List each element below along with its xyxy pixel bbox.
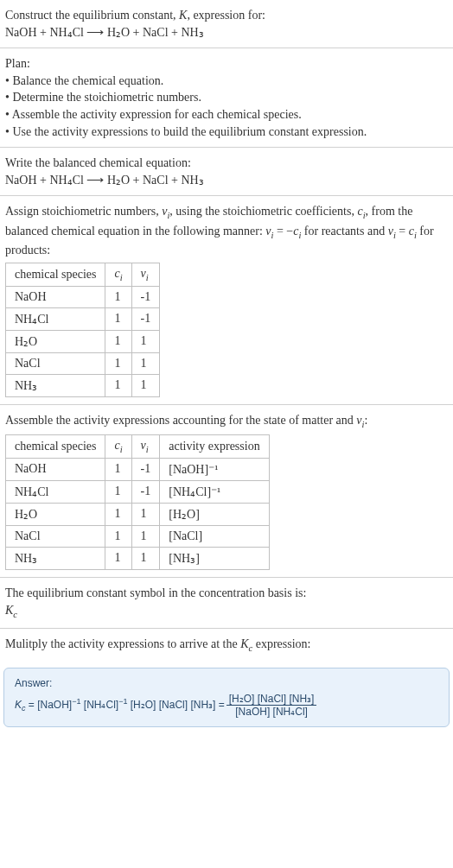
cell-ci: 1 [105, 503, 131, 525]
col-species: chemical species [6, 263, 105, 286]
cell-vi: -1 [131, 286, 160, 307]
symbol-kc: Kc [5, 602, 448, 621]
table-header-row: chemical species ci νi activity expressi… [6, 435, 270, 459]
activity-table: chemical species ci νi activity expressi… [5, 434, 270, 570]
cell-ci: 1 [105, 286, 131, 307]
cell-activity: [NH₄Cl]⁻¹ [160, 480, 269, 503]
cell-ci: 1 [105, 352, 131, 374]
table-header-row: chemical species ci νi [6, 263, 160, 286]
cell-vi: -1 [131, 307, 160, 330]
balanced-equation: NaOH + NH₄Cl ⟶ H₂O + NaCl + NH₃ [5, 172, 448, 189]
answer-label: Answer: [15, 677, 438, 689]
cell-ci: 1 [105, 480, 131, 503]
answer-fraction: [H₂O] [NaCl] [NH₃] [NaOH] [NH₄Cl] [226, 693, 317, 718]
col-ci: ci [105, 263, 131, 286]
stoich-table: chemical species ci νi NaOH1-1 NH₄Cl1-1 … [5, 263, 160, 397]
cell-vi: 1 [131, 352, 160, 374]
stoich-block: Assign stoichiometric numbers, νi, using… [0, 196, 453, 404]
activity-block: Assemble the activity expressions accoun… [0, 405, 453, 578]
stoich-intro: Assign stoichiometric numbers, νi, using… [5, 203, 448, 259]
cell-activity: [NaCl] [160, 525, 269, 547]
cell-activity: [NH₃] [160, 547, 269, 569]
cell-activity: [H₂O] [160, 503, 269, 525]
table-row: H₂O11[H₂O] [6, 503, 270, 525]
balanced-title: Write the balanced chemical equation: [5, 155, 448, 172]
fraction-numerator: [H₂O] [NaCl] [NH₃] [226, 693, 317, 706]
cell-ci: 1 [105, 330, 131, 352]
symbol-block: The equilibrium constant symbol in the c… [0, 578, 453, 629]
cell-species: NaCl [6, 352, 105, 374]
table-row: NaCl11 [6, 352, 160, 374]
symbol-intro: The equilibrium constant symbol in the c… [5, 585, 448, 602]
balanced-block: Write the balanced chemical equation: Na… [0, 148, 453, 196]
table-row: NH₃11 [6, 374, 160, 396]
cell-species: H₂O [6, 330, 105, 352]
fraction-denominator: [NaOH] [NH₄Cl] [226, 706, 317, 718]
cell-activity: [NaOH]⁻¹ [160, 458, 269, 480]
table-row: NH₃11[NH₃] [6, 547, 270, 569]
answer-lhs: Kc = [NaOH]−1 [NH₄Cl]−1 [H₂O] [NaCl] [NH… [15, 697, 225, 713]
table-row: H₂O11 [6, 330, 160, 352]
cell-species: NH₄Cl [6, 307, 105, 330]
cell-ci: 1 [105, 547, 131, 569]
table-row: NH₄Cl1-1[NH₄Cl]⁻¹ [6, 480, 270, 503]
cell-vi: -1 [131, 458, 160, 480]
cell-vi: 1 [131, 547, 160, 569]
plan-bullet: • Balance the chemical equation. [5, 73, 448, 90]
cell-species: H₂O [6, 503, 105, 525]
cell-ci: 1 [105, 374, 131, 396]
cell-species: NH₄Cl [6, 480, 105, 503]
cell-species: NH₃ [6, 374, 105, 396]
answer-equation: Kc = [NaOH]−1 [NH₄Cl]−1 [H₂O] [NaCl] [NH… [15, 693, 438, 718]
col-activity: activity expression [160, 435, 269, 459]
plan-bullet: • Assemble the activity expression for e… [5, 106, 448, 124]
activity-intro: Assemble the activity expressions accoun… [5, 412, 448, 431]
cell-vi: 1 [131, 503, 160, 525]
table-row: NH₄Cl1-1 [6, 307, 160, 330]
col-vi: νi [131, 435, 160, 459]
prompt-title: Construct the equilibrium constant, K, e… [5, 7, 448, 24]
cell-vi: 1 [131, 374, 160, 396]
cell-vi: -1 [131, 480, 160, 503]
cell-species: NaOH [6, 458, 105, 480]
plan-bullet: • Determine the stoichiometric numbers. [5, 89, 448, 106]
table-row: NaOH1-1 [6, 286, 160, 307]
multiply-intro: Mulitply the activity expressions to arr… [5, 636, 448, 655]
plan-title: Plan: [5, 55, 448, 73]
table-row: NaOH1-1[NaOH]⁻¹ [6, 458, 270, 480]
table-row: NaCl11[NaCl] [6, 525, 270, 547]
cell-ci: 1 [105, 307, 131, 330]
answer-box: Answer: Kc = [NaOH]−1 [NH₄Cl]−1 [H₂O] [N… [3, 668, 450, 727]
plan-bullet: • Use the activity expressions to build … [5, 124, 448, 141]
cell-ci: 1 [105, 458, 131, 480]
header-block: Construct the equilibrium constant, K, e… [0, 0, 453, 48]
cell-vi: 1 [131, 525, 160, 547]
prompt-equation: NaOH + NH₄Cl ⟶ H₂O + NaCl + NH₃ [5, 24, 448, 41]
cell-vi: 1 [131, 330, 160, 352]
cell-species: NH₃ [6, 547, 105, 569]
col-species: chemical species [6, 435, 105, 459]
plan-block: Plan: • Balance the chemical equation. •… [0, 48, 453, 148]
col-vi: νi [131, 263, 160, 286]
cell-species: NaOH [6, 286, 105, 307]
multiply-block: Mulitply the activity expressions to arr… [0, 629, 453, 662]
col-ci: ci [105, 435, 131, 459]
cell-species: NaCl [6, 525, 105, 547]
cell-ci: 1 [105, 525, 131, 547]
